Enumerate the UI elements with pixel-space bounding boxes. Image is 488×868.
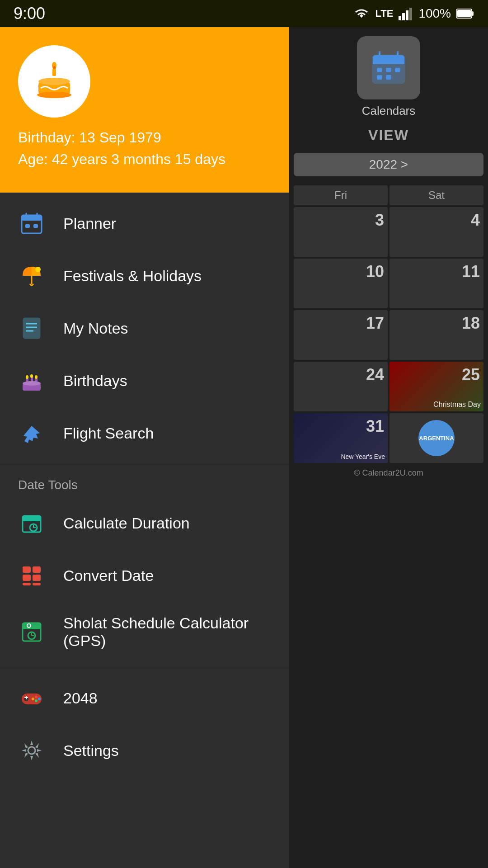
svg-rect-24 (22, 215, 42, 221)
calendar-grid: Fri Sat 3 4 10 11 17 18 24 25 Christmas … (294, 185, 483, 465)
svg-rect-52 (33, 575, 41, 581)
svg-rect-5 (457, 10, 471, 17)
svg-point-30 (35, 267, 41, 272)
cal-cell-3[interactable]: 3 (294, 207, 388, 257)
menu-item-notes[interactable]: My Notes (0, 302, 289, 354)
svg-rect-3 (409, 8, 412, 20)
avatar (18, 45, 90, 118)
argentina-badge: ARGENTINA (418, 420, 455, 456)
christmas-label: Christmas Day (433, 401, 481, 409)
cal-cell-10[interactable]: 10 (294, 259, 388, 308)
menu-item-sholat[interactable]: Sholat Schedule Calculator (GPS) (0, 602, 289, 662)
svg-point-66 (35, 699, 38, 702)
status-bar: 9:00 LTE 100% (0, 0, 488, 27)
duration-icon (18, 509, 45, 537)
svg-point-39 (30, 374, 33, 378)
drawer: Birthday: 13 Sep 1979 Age: 42 years 3 mo… (0, 27, 289, 868)
menu-label-birthdays: Birthdays (63, 372, 127, 390)
year-button[interactable]: 2022 > (294, 153, 483, 176)
cal-row-3: 17 18 (294, 310, 483, 360)
svg-rect-1 (402, 13, 405, 20)
svg-rect-44 (23, 516, 41, 521)
svg-point-22 (37, 92, 71, 98)
cal-cell-31[interactable]: 31 New Year's Eve (294, 413, 388, 463)
menu-label-festivals: Festivals & Holidays (63, 267, 202, 285)
menu-label-2048: 2048 (63, 689, 98, 707)
svg-rect-49 (23, 575, 31, 581)
svg-rect-15 (377, 75, 382, 80)
menu-item-planner[interactable]: Planner (0, 197, 289, 250)
svg-point-21 (38, 78, 70, 85)
svg-rect-13 (386, 68, 391, 72)
cal-row-4: 24 25 Christmas Day (294, 362, 483, 411)
menu-label-duration: Calculate Duration (63, 514, 190, 532)
copyright-label: © Calendar2U.com (354, 468, 423, 478)
cal-cell-4[interactable]: 4 (389, 207, 483, 257)
menu-label-settings: Settings (63, 742, 119, 760)
svg-rect-51 (33, 566, 41, 573)
cal-header-row: Fri Sat (294, 185, 483, 205)
menu-item-2048[interactable]: 2048 (0, 672, 289, 724)
svg-rect-16 (386, 75, 391, 80)
menu-label-convert: Convert Date (63, 567, 154, 585)
menu-label-notes: My Notes (63, 320, 128, 337)
wifi-icon (353, 7, 370, 20)
svg-rect-9 (373, 61, 404, 64)
section-date-tools: Date Tools (0, 469, 289, 497)
svg-point-68 (28, 747, 35, 754)
menu-item-birthdays[interactable]: Birthdays (0, 354, 289, 407)
svg-rect-19 (52, 69, 56, 76)
svg-point-40 (35, 375, 38, 379)
svg-rect-31 (23, 318, 40, 338)
svg-rect-12 (377, 68, 382, 72)
svg-rect-63 (26, 696, 27, 699)
birthday-info: Birthday: 13 Sep 1979 Age: 42 years 3 mo… (18, 127, 271, 170)
battery-icon (456, 7, 474, 20)
birthday-date: Birthday: 13 Sep 1979 (18, 127, 271, 148)
svg-point-65 (38, 698, 41, 700)
cal-cell-25[interactable]: 25 Christmas Day (389, 362, 483, 411)
drawer-header: Birthday: 13 Sep 1979 Age: 42 years 3 mo… (0, 27, 289, 193)
svg-rect-28 (33, 224, 38, 228)
flight-icon (18, 420, 45, 447)
menu-label-flight: Flight Search (63, 425, 154, 442)
menu-item-flight[interactable]: Flight Search (0, 407, 289, 459)
notes-icon (18, 315, 45, 342)
svg-rect-0 (399, 16, 401, 20)
calendars-label: Calendars (362, 104, 416, 118)
cal-cell-17[interactable]: 17 (294, 310, 388, 360)
menu-item-settings[interactable]: Settings (0, 724, 289, 777)
menu-label-sholat: Sholat Schedule Calculator (GPS) (63, 614, 271, 650)
drawer-menu: Planner Festivals & Holidays (0, 193, 289, 868)
menu-item-festivals[interactable]: Festivals & Holidays (0, 250, 289, 302)
svg-point-42 (23, 381, 41, 386)
cal-row-5: 31 New Year's Eve ARGENTINA (294, 413, 483, 463)
divider-date-tools (0, 464, 289, 464)
svg-rect-50 (23, 583, 31, 585)
cal-cell-argentina[interactable]: ARGENTINA (389, 413, 483, 463)
view-label: VIEW (368, 127, 409, 144)
right-panel: Calendars VIEW 2022 > Fri Sat 3 4 10 11 … (289, 27, 488, 868)
convert-icon (18, 562, 45, 589)
cal-cell-24[interactable]: 24 (294, 362, 388, 411)
divider-bottom (0, 667, 289, 667)
cake-icon (32, 59, 77, 104)
cal-row-1: 3 4 (294, 207, 483, 257)
nye-label: New Year's Eve (341, 453, 385, 460)
menu-item-duration[interactable]: Calculate Duration (0, 497, 289, 549)
svg-rect-6 (472, 11, 474, 16)
birthdays-icon (18, 367, 45, 394)
sholat-icon (18, 618, 45, 646)
signal-icon (399, 7, 413, 20)
calendar-icon (371, 50, 407, 86)
status-icons: LTE 100% (353, 6, 474, 21)
festivals-icon (18, 262, 45, 289)
cal-row-2: 10 11 (294, 259, 483, 308)
menu-item-convert[interactable]: Convert Date (0, 549, 289, 602)
calendars-button[interactable] (357, 36, 420, 99)
svg-rect-55 (23, 623, 41, 629)
svg-rect-27 (25, 224, 30, 228)
birthday-age: Age: 42 years 3 months 15 days (18, 148, 271, 170)
cal-cell-11[interactable]: 11 (389, 259, 483, 308)
cal-cell-18[interactable]: 18 (389, 310, 483, 360)
